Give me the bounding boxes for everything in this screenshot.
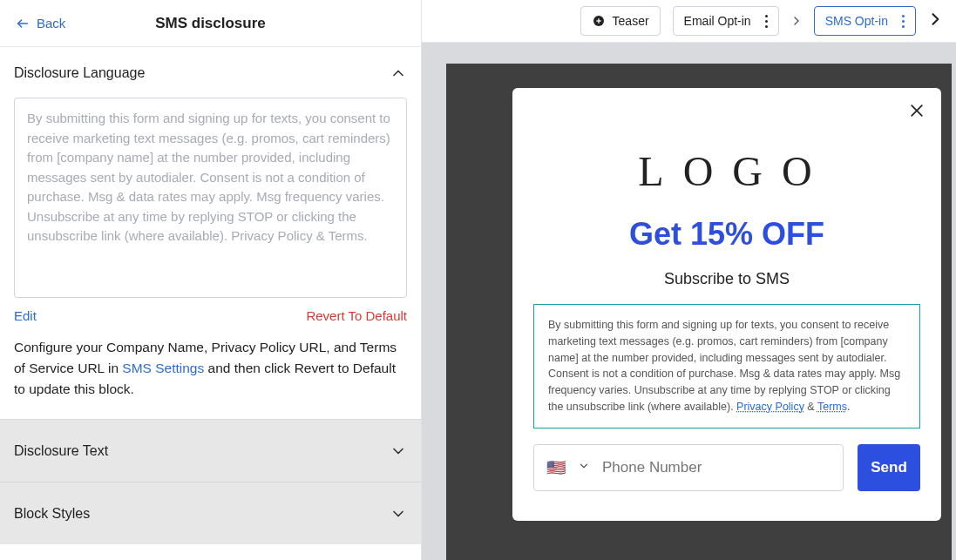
editor-header: Back SMS disclosure [0, 0, 421, 47]
teaser-label: Teaser [613, 14, 649, 28]
kebab-icon[interactable] [765, 15, 768, 28]
disclosure-textarea[interactable] [14, 98, 407, 298]
help-text: Configure your Company Name, Privacy Pol… [14, 337, 407, 419]
back-button[interactable]: Back [16, 16, 65, 30]
editor-panel: Back SMS disclosure Disclosure Language … [0, 0, 422, 560]
popup-disclosure-box: By submitting this form and signing up f… [533, 304, 920, 428]
kebab-icon[interactable] [902, 15, 905, 28]
back-label: Back [37, 16, 65, 30]
disclosure-language-header[interactable]: Disclosure Language [14, 64, 407, 82]
chevron-down-icon[interactable] [578, 460, 590, 476]
popup-headline: Get 15% OFF [533, 216, 920, 253]
revert-link[interactable]: Revert To Default [306, 308, 407, 323]
disclosure-text-title: Disclosure Text [14, 443, 108, 459]
sms-optin-label: SMS Opt-in [825, 14, 888, 28]
arrow-left-icon [16, 17, 30, 30]
edit-link[interactable]: Edit [14, 308, 37, 323]
popup-subhead: Subscribe to SMS [533, 270, 920, 288]
preview-backdrop: LOGO Get 15% OFF Subscribe to SMS By sub… [446, 64, 952, 560]
block-styles-title: Block Styles [14, 506, 90, 522]
block-styles-section[interactable]: Block Styles [0, 482, 421, 544]
close-icon [908, 102, 925, 119]
next-step-button[interactable] [926, 10, 944, 31]
popup-logo: LOGO [549, 147, 920, 195]
disclosure-language-title: Disclosure Language [14, 65, 145, 81]
chevron-up-icon [390, 64, 407, 82]
send-button[interactable]: Send [858, 444, 920, 491]
chevron-right-icon [790, 14, 803, 28]
popup-close-button[interactable] [908, 102, 925, 123]
popup: LOGO Get 15% OFF Subscribe to SMS By sub… [512, 88, 941, 521]
chevron-down-icon [390, 505, 407, 523]
phone-input-wrapper[interactable]: 🇺🇸 [533, 444, 844, 491]
sms-optin-chip[interactable]: SMS Opt-in [814, 6, 916, 36]
preview-header: Teaser Email Opt-in SMS Opt-in [422, 0, 956, 43]
terms-link[interactable]: Terms [817, 401, 847, 413]
disclosure-text-section[interactable]: Disclosure Text [0, 419, 421, 482]
period-text: . [847, 401, 850, 413]
preview-panel: Teaser Email Opt-in SMS Opt-in [422, 0, 956, 560]
sms-settings-link[interactable]: SMS Settings [122, 361, 204, 375]
chevron-down-icon [390, 442, 407, 460]
preview-canvas: LOGO Get 15% OFF Subscribe to SMS By sub… [422, 43, 956, 560]
country-flag-icon[interactable]: 🇺🇸 [546, 458, 566, 477]
teaser-chip[interactable]: Teaser [580, 6, 661, 36]
phone-number-input[interactable] [602, 459, 831, 476]
privacy-policy-link[interactable]: Privacy Policy [736, 401, 804, 413]
popup-disclosure-text: By submitting this form and signing up f… [548, 319, 900, 413]
disclosure-language-section: Disclosure Language Edit Revert To Defau… [0, 47, 421, 419]
email-optin-chip[interactable]: Email Opt-in [673, 6, 779, 36]
plus-circle-icon [592, 14, 606, 28]
amp-text: & [804, 401, 817, 413]
email-optin-label: Email Opt-in [684, 14, 751, 28]
